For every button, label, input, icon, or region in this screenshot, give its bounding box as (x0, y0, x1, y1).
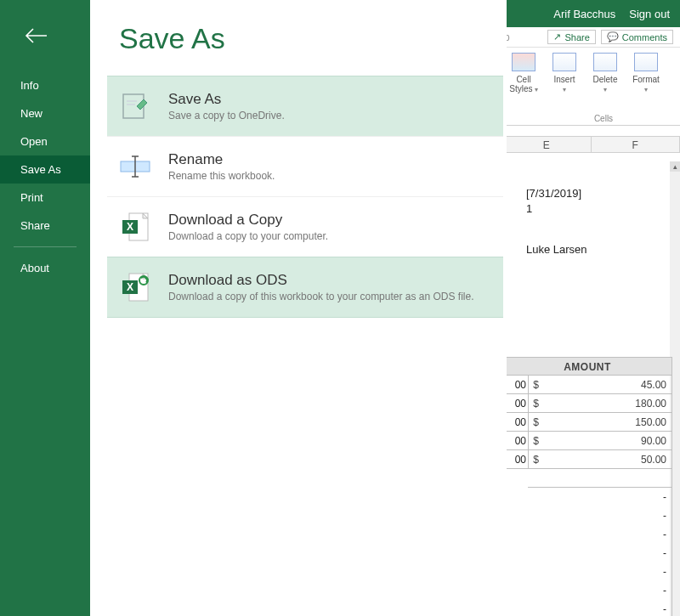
currency-symbol: $ (528, 413, 543, 431)
currency-symbol: $ (528, 394, 543, 412)
col-e[interactable]: E (502, 137, 592, 152)
amount-value: 150.00 (543, 413, 672, 431)
amount-dash-row[interactable]: - (528, 525, 672, 544)
comments-icon: 💬 (607, 31, 619, 42)
option-rename[interactable]: RenameRename this workbook. (107, 136, 503, 197)
amount-row[interactable]: 00$90.00 (502, 432, 672, 450)
amount-row[interactable]: 00$150.00 (502, 413, 672, 432)
delete-icon (593, 53, 617, 71)
nav-about[interactable]: About (0, 254, 90, 282)
amount-dash-row[interactable]: - (528, 581, 672, 600)
back-button[interactable] (20, 20, 51, 51)
nav-save-as[interactable]: Save As (0, 155, 90, 184)
user-name[interactable]: Arif Bacchus (553, 8, 615, 20)
currency-symbol: $ (528, 376, 543, 393)
amount-dash-row[interactable]: - (528, 506, 672, 525)
share-icon: ↗ (553, 31, 561, 42)
nav-info[interactable]: Info (0, 71, 90, 99)
option-title: Save As (168, 91, 285, 108)
amount-header: AMOUNT (502, 357, 672, 376)
back-arrow-icon (23, 25, 48, 46)
nav-print[interactable]: Print (0, 184, 90, 212)
amount-dash-row[interactable]: - (528, 544, 672, 562)
nav-share[interactable]: Share (0, 212, 90, 240)
amount-value: 50.00 (543, 450, 672, 468)
option-save-as[interactable]: Save AsSave a copy to OneDrive. (107, 76, 503, 137)
rename-icon (117, 149, 153, 184)
svg-text:X: X (127, 281, 133, 293)
currency-symbol: $ (528, 450, 543, 468)
option-download-a-copy[interactable]: XDownload a CopyDownload a copy to your … (107, 196, 503, 257)
amount-row[interactable]: 00$180.00 (502, 394, 672, 413)
amount-row[interactable]: 00$45.00 (502, 376, 672, 394)
cell-styles-icon (512, 53, 536, 71)
option-title: Rename (168, 151, 275, 168)
col-f[interactable]: F (592, 137, 681, 152)
option-desc: Download a copy to your computer. (168, 230, 328, 242)
nav-new[interactable]: New (0, 99, 90, 127)
amount-value: 90.00 (543, 432, 672, 449)
option-title: Download as ODS (168, 272, 474, 289)
comments-button[interactable]: 💬 Comments (601, 30, 673, 44)
cell-name[interactable]: Luke Larsen (526, 243, 587, 256)
currency-symbol: $ (528, 432, 543, 449)
amount-column: AMOUNT 00$45.0000$180.0000$150.0000$90.0… (502, 357, 672, 616)
amount-value: 180.00 (543, 394, 672, 412)
option-desc: Rename this workbook. (168, 170, 275, 182)
sign-out-link[interactable]: Sign out (629, 8, 670, 20)
option-desc: Download a copy of this workbook to your… (168, 291, 474, 302)
insert-icon (552, 53, 576, 71)
cell-num[interactable]: 1 (526, 202, 532, 215)
option-title: Download a Copy (168, 212, 328, 229)
format-icon (634, 53, 658, 71)
nav-separator (14, 246, 76, 247)
share-button[interactable]: ↗ Share (547, 30, 595, 44)
cell-date[interactable]: [7/31/2019] (526, 187, 581, 200)
amount-dash-row[interactable]: - (528, 488, 672, 506)
amount-value: 45.00 (543, 376, 672, 393)
ods-icon: X (117, 269, 153, 305)
option-desc: Save a copy to OneDrive. (168, 110, 285, 122)
column-headers: E F (502, 136, 680, 153)
amount-row[interactable]: 00$50.00 (502, 450, 672, 469)
xlsx-icon: X (117, 209, 153, 245)
amount-dash-row[interactable]: - (528, 600, 672, 616)
nav-open[interactable]: Open (0, 127, 90, 155)
amount-dash-row[interactable]: - (528, 562, 672, 581)
option-download-as-ods[interactable]: XDownload as ODSDownload a copy of this … (107, 257, 503, 318)
svg-text:X: X (127, 221, 133, 233)
page-title: Save As (119, 22, 503, 55)
saveas-icon (117, 88, 153, 124)
ribbon-group-label: Cells (527, 114, 680, 123)
scroll-up-icon[interactable]: ▴ (670, 161, 680, 172)
